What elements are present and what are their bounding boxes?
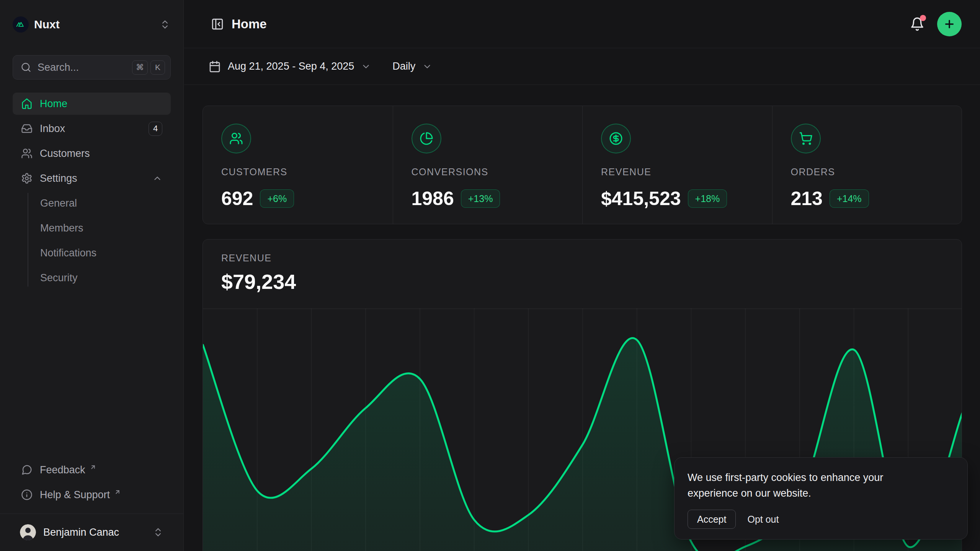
sidebar-item-label: Customers: [40, 148, 90, 160]
stat-delta-badge: +14%: [830, 189, 869, 208]
cookie-message-line-2: experience on our website.: [688, 486, 954, 501]
notifications-button[interactable]: [907, 14, 927, 34]
stat-value: $415,523: [601, 187, 681, 210]
sidebar-item-notifications[interactable]: Notifications: [13, 242, 171, 264]
chevron-down-icon: [361, 62, 371, 72]
sidebar-nav: Home Inbox 4 Customers Settings: [13, 93, 171, 292]
add-button[interactable]: [937, 12, 962, 36]
sidebar-item-general[interactable]: General: [13, 192, 171, 214]
date-range-picker[interactable]: Aug 21, 2025 - Sep 4, 2025: [209, 60, 371, 73]
stat-orders[interactable]: ORDERS 213 +14%: [772, 106, 962, 224]
date-range-value: Aug 21, 2025 - Sep 4, 2025: [228, 60, 354, 72]
cookie-message-line-1: We use first-party cookies to enhance yo…: [688, 470, 954, 486]
chart-pie-icon: [412, 124, 441, 153]
stat-revenue[interactable]: REVENUE $415,523 +18%: [582, 106, 772, 224]
stat-value: 692: [221, 187, 253, 210]
circle-dollar-icon: [601, 124, 631, 153]
search-icon: [21, 62, 31, 73]
sidebar-item-settings[interactable]: Settings: [13, 167, 171, 189]
search-shortcut: ⌘ K: [132, 60, 165, 75]
sidebar-item-security[interactable]: Security: [13, 267, 171, 289]
stat-value: 1986: [412, 187, 454, 210]
chevron-down-icon: [422, 62, 432, 72]
user-name: Benjamin Canac: [43, 527, 145, 538]
collapse-sidebar-button[interactable]: [209, 15, 226, 33]
sidebar-item-label: Inbox: [40, 123, 65, 135]
chevron-up-icon: [152, 173, 162, 183]
sidebar-footer: Feedback Help & Support: [13, 459, 171, 509]
workspace-title: Nuxt: [34, 18, 154, 31]
chevrons-up-down-icon: [153, 527, 163, 538]
sidebar: Nuxt Search... ⌘ K Home Inbox 4: [0, 0, 184, 551]
user-menu[interactable]: Benjamin Canac: [13, 521, 171, 543]
granularity-select[interactable]: Daily: [392, 60, 432, 72]
gear-icon: [21, 173, 33, 184]
kbd-k: K: [150, 60, 165, 75]
sidebar-item-label: Home: [40, 98, 67, 110]
subnav-guide-line: [28, 193, 28, 287]
sidebar-divider: [0, 514, 183, 514]
accept-cookies-button[interactable]: Accept: [688, 510, 736, 529]
stat-value: 213: [791, 187, 823, 210]
footer-link-label: Help & Support: [40, 489, 110, 501]
sidebar-item-label: Settings: [40, 173, 77, 184]
stat-label: ORDERS: [791, 166, 962, 178]
help-support-link[interactable]: Help & Support: [13, 484, 171, 506]
granularity-value: Daily: [392, 60, 415, 72]
kbd-cmd: ⌘: [132, 60, 148, 75]
revenue-chart-label: REVENUE: [221, 253, 962, 264]
inbox-count-badge: 4: [149, 122, 162, 136]
stat-label: CUSTOMERS: [221, 166, 393, 178]
search-placeholder: Search...: [38, 62, 126, 73]
calendar-icon: [209, 60, 221, 73]
sidebar-item-label: Notifications: [40, 247, 96, 259]
footer-link-label: Feedback: [40, 464, 85, 476]
nuxt-logo-icon: [13, 16, 29, 33]
revenue-chart-value: $79,234: [221, 270, 962, 293]
chevrons-up-down-icon: [160, 19, 170, 30]
page-header: Home: [184, 0, 980, 48]
stat-delta-badge: +13%: [461, 189, 500, 208]
external-link-icon: [114, 489, 121, 496]
stat-customers[interactable]: CUSTOMERS 692 +6%: [203, 106, 393, 224]
cookie-banner: We use first-party cookies to enhance yo…: [674, 457, 968, 540]
stat-delta-badge: +6%: [260, 189, 294, 208]
sidebar-item-home[interactable]: Home: [13, 93, 171, 115]
info-circle-icon: [21, 489, 33, 500]
sidebar-item-members[interactable]: Members: [13, 217, 171, 239]
stat-label: REVENUE: [601, 166, 772, 178]
sidebar-item-inbox[interactable]: Inbox 4: [13, 117, 171, 140]
stats-panel: CUSTOMERS 692 +6% CONVERSIONS 1986 +13% …: [203, 106, 962, 224]
sidebar-item-label: General: [40, 197, 77, 209]
sidebar-item-label: Security: [40, 272, 78, 284]
inbox-icon: [21, 123, 33, 134]
stat-label: CONVERSIONS: [412, 166, 583, 178]
message-bubble-icon: [21, 464, 33, 476]
users-icon: [221, 124, 251, 153]
house-icon: [21, 98, 33, 109]
sidebar-item-customers[interactable]: Customers: [13, 142, 171, 165]
settings-subnav: General Members Notifications Security: [13, 192, 171, 289]
search-input[interactable]: Search... ⌘ K: [13, 55, 171, 80]
workspace-switcher[interactable]: Nuxt: [13, 14, 170, 35]
notification-dot: [920, 15, 926, 21]
users-icon: [21, 148, 33, 159]
shopping-cart-icon: [791, 124, 821, 153]
sidebar-item-label: Members: [40, 222, 83, 234]
feedback-link[interactable]: Feedback: [13, 459, 171, 481]
page-title: Home: [232, 17, 267, 31]
optout-cookies-button[interactable]: Opt out: [747, 514, 779, 525]
external-link-icon: [90, 464, 96, 471]
stat-delta-badge: +18%: [688, 189, 727, 208]
filters-toolbar: Aug 21, 2025 - Sep 4, 2025 Daily: [184, 48, 980, 85]
avatar: [20, 524, 36, 540]
stat-conversions[interactable]: CONVERSIONS 1986 +13%: [393, 106, 583, 224]
